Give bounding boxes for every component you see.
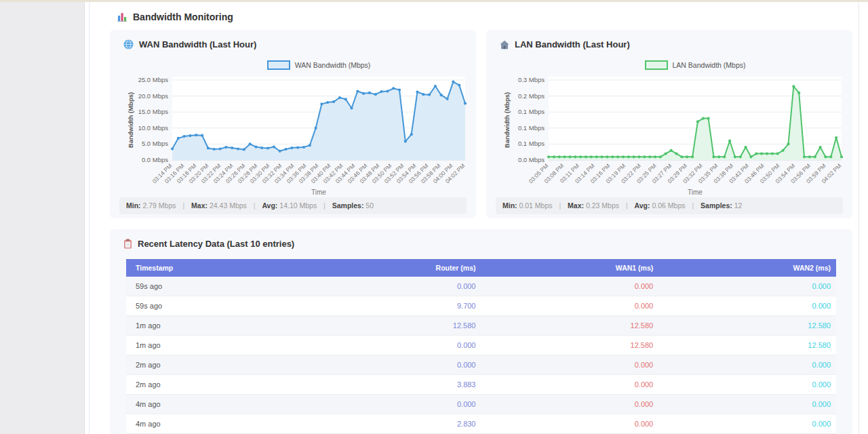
latency-value-cell: 0.000	[481, 395, 658, 414]
latency-value-cell: 12.580	[481, 316, 658, 336]
svg-text:Bandwidth (Mbps): Bandwidth (Mbps)	[127, 92, 134, 148]
globe-icon	[123, 39, 134, 50]
stat-label: Samples:	[332, 201, 364, 210]
latency-value-cell: 9.700	[339, 296, 481, 316]
separator: |	[254, 201, 256, 210]
latency-value-cell: 0.000	[481, 296, 658, 316]
latency-value-cell: 0.000	[339, 355, 481, 375]
stat-label: Samples:	[701, 201, 732, 210]
latency-value-cell: 0.000	[339, 395, 481, 414]
latency-value-cell: 0.000	[658, 395, 836, 414]
timestamp-cell: 1m ago	[126, 336, 339, 355]
svg-text:0.0 Mbps: 0.0 Mbps	[518, 156, 545, 163]
table-row: 1m ago12.58012.58012.580	[126, 316, 836, 336]
stat-value: 14.10 Mbps	[279, 201, 317, 210]
table-row: 4m ago2.8300.0000.000	[126, 414, 836, 434]
column-header: Timestamp	[126, 259, 339, 277]
content-left-divider	[89, 2, 90, 434]
svg-text:15.0 Mbps: 15.0 Mbps	[138, 108, 169, 115]
latency-value-cell: 0.000	[658, 414, 836, 434]
latency-table: TimestampRouter (ms)WAN1 (ms)WAN2 (ms) 5…	[126, 259, 836, 434]
timestamp-cell: 1m ago	[126, 316, 339, 336]
stat-value: 0.23 Mbps	[586, 201, 619, 210]
latency-value-cell: 0.000	[481, 355, 658, 375]
table-row: 59s ago9.7000.0000.000	[126, 296, 836, 316]
svg-text:Bandwidth (Mbps): Bandwidth (Mbps)	[503, 92, 511, 148]
house-icon	[500, 40, 509, 50]
separator: |	[559, 201, 561, 210]
timestamp-cell: 4m ago	[126, 395, 339, 414]
svg-text:10.0 Mbps: 10.0 Mbps	[138, 124, 169, 132]
stat-value: 24.43 Mbps	[210, 201, 247, 210]
lan-stats-bar: Min: 0.01 Mbps | Max: 0.23 Mbps | Avg: 0…	[496, 197, 843, 214]
column-header: WAN1 (ms)	[481, 259, 658, 277]
stat-label: Max:	[568, 201, 584, 210]
clipboard-icon	[123, 239, 132, 249]
svg-text:0.1 Mbps: 0.1 Mbps	[518, 140, 545, 147]
wan-chart-canvas[interactable]: 25.0 Mbps20.0 Mbps15.0 Mbps10.0 Mbps5.0 …	[110, 72, 476, 197]
svg-text:Time: Time	[688, 189, 703, 196]
lan-legend-label: LAN Bandwidth (Mbps)	[673, 61, 746, 69]
table-row: 2m ago3.8830.0000.000	[126, 375, 836, 395]
lan-legend[interactable]: LAN Bandwidth (Mbps)	[549, 60, 842, 70]
latency-value-cell: 0.000	[339, 336, 481, 355]
separator: |	[182, 201, 184, 210]
latency-value-cell: 0.000	[658, 277, 836, 296]
stat-label: Min:	[126, 201, 141, 210]
timestamp-cell: 59s ago	[126, 277, 339, 296]
timestamp-cell: 59s ago	[126, 296, 339, 316]
stat-value: 2.79 Mbps	[143, 201, 176, 210]
lan-chart-canvas[interactable]: 0.3 Mbps0.2 Mbps0.1 Mbps0.1 Mbps0.1 Mbps…	[486, 72, 852, 197]
wan-chart-title: WAN Bandwidth (Last Hour)	[139, 39, 256, 50]
lan-card-title: LAN Bandwidth (Last Hour)	[500, 39, 630, 50]
latency-value-cell: 12.580	[339, 316, 481, 336]
table-header-row: TimestampRouter (ms)WAN1 (ms)WAN2 (ms)	[126, 259, 836, 277]
stat-value: 12	[734, 201, 743, 210]
latency-value-cell: 3.883	[339, 375, 481, 395]
latency-value-cell: 12.580	[481, 336, 658, 355]
latency-value-cell: 0.000	[481, 414, 658, 434]
stat-label: Avg:	[635, 201, 650, 210]
bar-chart-icon	[117, 12, 127, 22]
wan-legend[interactable]: WAN Bandwidth (Mbps)	[172, 60, 465, 70]
latency-value-cell: 2.830	[339, 414, 481, 434]
separator: |	[626, 201, 628, 210]
latency-value-cell: 0.000	[481, 277, 658, 296]
column-header: WAN2 (ms)	[658, 259, 836, 277]
stat-value: 50	[366, 201, 374, 210]
svg-text:0.3 Mbps: 0.3 Mbps	[518, 76, 545, 83]
stat-label: Max:	[191, 201, 208, 210]
table-row: 59s ago0.0000.0000.000	[126, 277, 836, 296]
separator: |	[692, 201, 694, 210]
table-row: 1m ago0.00012.58012.580	[126, 336, 836, 355]
timestamp-cell: 4m ago	[126, 414, 339, 434]
stat-label: Min:	[502, 201, 517, 210]
timestamp-cell: 2m ago	[126, 375, 339, 395]
stat-value: 0.06 Mbps	[652, 201, 685, 210]
lan-bandwidth-card: LAN Bandwidth (Last Hour) LAN Bandwidth …	[486, 30, 852, 218]
latency-value-cell: 0.000	[658, 355, 836, 375]
svg-text:0.1 Mbps: 0.1 Mbps	[518, 108, 545, 115]
dashboard-page: Bandwidth Monitoring WAN Bandwidth (Last…	[0, 0, 868, 434]
content-right-divider	[859, 2, 859, 434]
svg-text:0.1 Mbps: 0.1 Mbps	[518, 124, 545, 132]
wan-card-title: WAN Bandwidth (Last Hour)	[123, 39, 256, 50]
table-row: 2m ago0.0000.0000.000	[126, 355, 836, 375]
wan-legend-label: WAN Bandwidth (Mbps)	[295, 61, 371, 69]
svg-text:0.2 Mbps: 0.2 Mbps	[518, 92, 545, 100]
lan-legend-swatch	[645, 60, 668, 70]
latency-value-cell: 12.580	[658, 316, 836, 336]
latency-table-card: Recent Latency Data (Last 10 entries) Ti…	[110, 229, 852, 434]
latency-value-cell: 0.000	[658, 296, 836, 316]
latency-value-cell: 0.000	[339, 277, 481, 296]
latency-value-cell: 0.000	[658, 375, 836, 395]
wan-stats-bar: Min: 2.79 Mbps | Max: 24.43 Mbps | Avg: …	[119, 197, 467, 214]
svg-text:Time: Time	[311, 189, 326, 196]
page-title: Bandwidth Monitoring	[133, 12, 233, 22]
stat-value: 0.01 Mbps	[519, 201, 553, 210]
sidebar-panel	[0, 2, 85, 434]
svg-text:20.0 Mbps: 20.0 Mbps	[138, 92, 169, 100]
column-header: Router (ms)	[339, 259, 481, 277]
latency-value-cell: 0.000	[481, 375, 658, 395]
latency-table-title-row: Recent Latency Data (Last 10 entries)	[123, 239, 294, 249]
